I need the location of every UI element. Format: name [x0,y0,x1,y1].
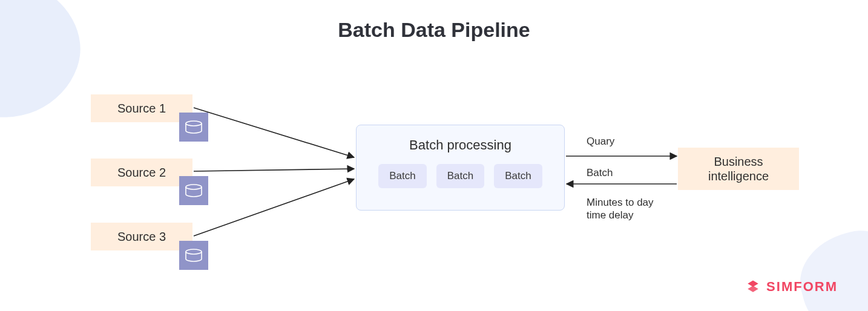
source-3-box: Source 3 [91,223,192,250]
brand-logo: SIMFORM [745,278,838,295]
arrow-source2-to-processing [194,169,354,171]
batch-processing-title: Batch processing [370,137,551,153]
page-title: Batch Data Pipeline [0,18,868,42]
batch-item-2: Batch [436,164,484,188]
brand-name: SIMFORM [766,279,838,295]
source-3-db-icon [179,241,208,270]
bi-line2: intelligence [708,169,769,183]
arrow-source3-to-processing [194,179,354,236]
svg-point-2 [186,249,202,254]
batch-processing-box: Batch processing Batch Batch Batch [356,125,565,211]
bi-line1: Business [714,154,763,169]
svg-point-1 [186,185,202,189]
annotation-delay-line1: Minutes to day [587,197,654,208]
source-1-label: Source 1 [117,102,166,116]
source-1-box: Source 1 [91,94,192,122]
annotation-delay-line2: time delay [587,209,633,221]
batch-item-1: Batch [378,164,426,188]
annotation-query: Quary [587,136,614,148]
annotation-delay: Minutes to day time delay [587,196,654,222]
batch-item-3: Batch [494,164,542,188]
svg-point-0 [186,121,202,126]
source-1-db-icon [179,113,208,142]
source-2-box: Source 2 [91,159,192,186]
source-3-label: Source 3 [117,230,166,244]
batch-row: Batch Batch Batch [370,164,551,188]
source-2-label: Source 2 [117,166,166,180]
arrow-source1-to-processing [194,108,354,157]
source-2-db-icon [179,176,208,205]
simform-logo-icon [745,278,761,295]
business-intelligence-box: Business intelligence [678,148,799,190]
background-blob-right [790,220,868,311]
annotation-batch: Batch [587,167,613,179]
